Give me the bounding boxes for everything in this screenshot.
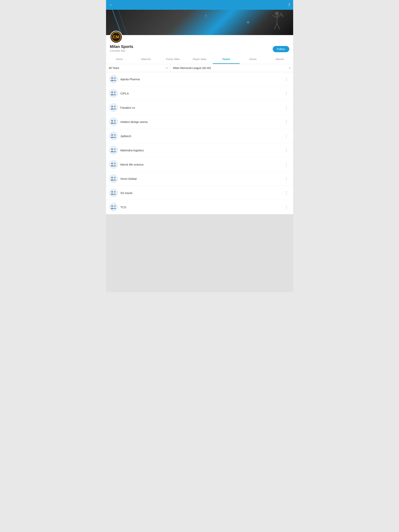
svg-point-29 bbox=[111, 177, 113, 179]
back-icon[interactable]: ← bbox=[109, 3, 113, 7]
team-avatar bbox=[109, 174, 118, 183]
team-name: Intelect design arena bbox=[121, 120, 283, 124]
nav-tab-series[interactable]: Series bbox=[239, 55, 266, 64]
team-row[interactable]: Merck life science ⋮ bbox=[106, 157, 293, 172]
hero-banner: ★ ★ bbox=[106, 10, 293, 35]
nav-tab-player-stats[interactable]: Player Stats bbox=[186, 55, 213, 64]
team-name: Merck life science bbox=[121, 163, 283, 166]
nav-tab-home[interactable]: Home bbox=[106, 55, 133, 64]
year-filter-label: All Years bbox=[109, 66, 119, 70]
svg-point-8 bbox=[111, 77, 113, 79]
nav-tab-teams[interactable]: Teams bbox=[213, 55, 239, 64]
svg-point-33 bbox=[114, 191, 116, 193]
svg-point-30 bbox=[114, 177, 116, 179]
logo-text: CM bbox=[113, 35, 119, 39]
team-options-button[interactable]: ⋮ bbox=[283, 147, 290, 153]
team-options-button[interactable]: ⋮ bbox=[283, 161, 290, 168]
team-name: CIPLA bbox=[121, 92, 283, 95]
team-avatar bbox=[109, 75, 118, 83]
team-name: SS travel bbox=[121, 191, 283, 195]
team-row[interactable]: Ajanta Pharma ⋮ bbox=[106, 72, 293, 86]
svg-point-13 bbox=[110, 104, 117, 111]
svg-point-7 bbox=[110, 75, 117, 83]
team-options-button[interactable]: ⋮ bbox=[283, 90, 290, 96]
svg-point-10 bbox=[110, 90, 117, 97]
team-row[interactable]: Jpibtech ⋮ bbox=[106, 129, 293, 143]
svg-point-32 bbox=[111, 191, 113, 193]
svg-point-22 bbox=[110, 146, 117, 154]
svg-point-20 bbox=[111, 134, 113, 136]
svg-point-0 bbox=[275, 12, 279, 15]
svg-point-25 bbox=[110, 161, 117, 168]
nav-tab-albums[interactable]: Albums bbox=[266, 55, 293, 64]
team-avatar bbox=[109, 89, 118, 98]
team-avatar bbox=[109, 189, 118, 197]
team-options-button[interactable]: ⋮ bbox=[283, 190, 290, 196]
svg-point-26 bbox=[111, 163, 113, 165]
team-avatar bbox=[109, 132, 118, 140]
svg-point-18 bbox=[114, 120, 116, 122]
team-name: Jpibtech bbox=[121, 134, 283, 138]
team-row[interactable]: SS travel ⋮ bbox=[106, 186, 293, 200]
svg-point-21 bbox=[114, 134, 116, 136]
profile-section: CM Milan Sports Cricclubs IND Follow bbox=[106, 35, 293, 55]
follow-button[interactable]: Follow bbox=[273, 46, 289, 52]
team-avatar bbox=[109, 160, 118, 169]
org-name: Milan Sports bbox=[110, 44, 289, 49]
team-name: Fanatics cc bbox=[121, 106, 283, 109]
svg-point-17 bbox=[111, 120, 113, 122]
svg-point-12 bbox=[114, 92, 116, 93]
team-name: Mahindra logistics bbox=[121, 149, 283, 152]
team-row[interactable]: Mahindra logistics ⋮ bbox=[106, 143, 293, 157]
svg-point-11 bbox=[111, 92, 113, 93]
team-options-button[interactable]: ⋮ bbox=[283, 133, 290, 139]
svg-line-4 bbox=[274, 24, 277, 29]
team-options-button[interactable]: ⋮ bbox=[283, 119, 290, 125]
svg-line-5 bbox=[277, 24, 280, 29]
nav-tab-points-table[interactable]: Points Table bbox=[160, 55, 186, 64]
svg-point-24 bbox=[114, 148, 116, 150]
year-filter-dropdown[interactable]: All Years ▾ bbox=[106, 64, 170, 72]
org-subtitle: Cricclubs IND bbox=[110, 49, 289, 52]
star-icon-2: ★ bbox=[204, 14, 207, 18]
league-filter-dropdown[interactable]: Milan Memorial League (40-40) ▾ bbox=[170, 64, 293, 72]
team-avatar bbox=[109, 146, 118, 154]
svg-point-15 bbox=[114, 106, 116, 108]
nav-tab-matches[interactable]: Matches bbox=[133, 55, 160, 64]
team-list: Ajanta Pharma ⋮ CIPLA ⋮ Fanatics cc ⋮ bbox=[106, 72, 293, 214]
star-icon: ★ bbox=[246, 19, 250, 25]
team-row[interactable]: Omni Global ⋮ bbox=[106, 172, 293, 186]
team-options-button[interactable]: ⋮ bbox=[283, 104, 290, 111]
team-row[interactable]: TCS ⋮ bbox=[106, 200, 293, 214]
svg-point-16 bbox=[110, 118, 117, 126]
team-row[interactable]: Fanatics cc ⋮ bbox=[106, 101, 293, 115]
svg-point-35 bbox=[111, 205, 113, 207]
nav-tabs: HomeMatchesPoints TablePlayer StatsTeams… bbox=[106, 55, 293, 64]
team-name: Ajanta Pharma bbox=[121, 77, 283, 81]
bottom-area bbox=[106, 214, 293, 292]
league-filter-label: Milan Memorial League (40-40) bbox=[173, 66, 211, 70]
team-avatar bbox=[109, 103, 118, 112]
league-filter-arrow: ▾ bbox=[289, 67, 290, 69]
svg-point-34 bbox=[110, 203, 117, 211]
filter-row: All Years ▾ Milan Memorial League (40-40… bbox=[106, 64, 293, 72]
team-row[interactable]: CIPLA ⋮ bbox=[106, 86, 293, 101]
svg-point-27 bbox=[114, 163, 116, 165]
svg-line-2 bbox=[272, 15, 277, 18]
cricket-player-icon bbox=[264, 11, 285, 34]
svg-point-14 bbox=[111, 106, 113, 108]
team-avatar bbox=[109, 117, 118, 126]
team-options-button[interactable]: ⋮ bbox=[283, 176, 290, 182]
team-name: TCS bbox=[121, 206, 283, 209]
year-filter-arrow: ▾ bbox=[166, 67, 167, 69]
team-options-button[interactable]: ⋮ bbox=[283, 204, 290, 210]
team-name: Omni Global bbox=[121, 177, 283, 180]
svg-point-19 bbox=[110, 132, 117, 140]
svg-point-9 bbox=[114, 77, 116, 79]
svg-point-36 bbox=[114, 205, 116, 207]
team-row[interactable]: Intelect design arena ⋮ bbox=[106, 115, 293, 129]
team-options-button[interactable]: ⋮ bbox=[283, 76, 290, 82]
share-icon[interactable]: ⤴ bbox=[288, 3, 290, 7]
top-bar: ← ⤴ bbox=[106, 0, 293, 10]
org-logo: CM bbox=[110, 31, 122, 43]
